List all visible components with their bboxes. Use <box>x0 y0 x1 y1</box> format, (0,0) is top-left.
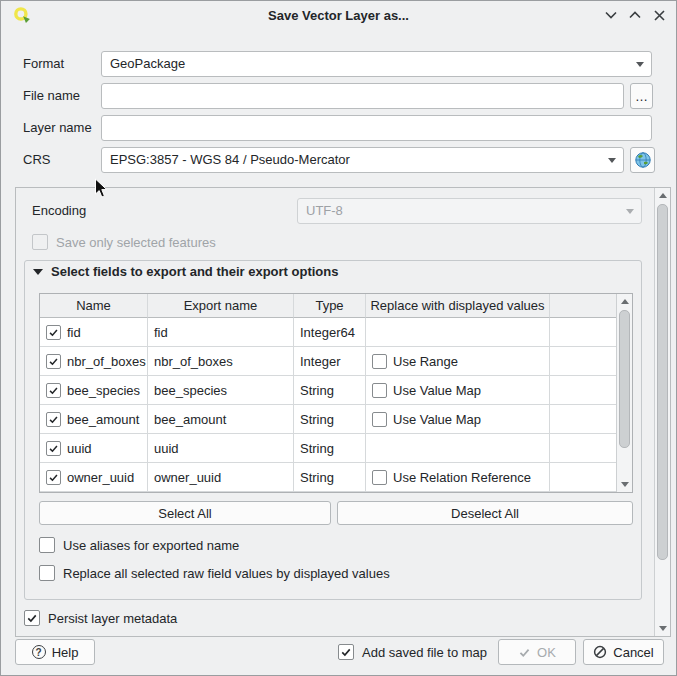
replace-cell: Use Range <box>366 347 550 376</box>
field-name: bee_amount <box>67 412 139 427</box>
scroll-up-button[interactable] <box>617 294 632 309</box>
header-export-name[interactable]: Export name <box>148 294 294 318</box>
filler-cell <box>550 376 616 405</box>
use-aliases-checkbox[interactable] <box>39 537 55 553</box>
titlebar[interactable]: Save Vector Layer as... <box>1 1 676 29</box>
options-scroll-area: Encoding UTF-8 Save only selected featur… <box>15 187 671 637</box>
scrollbar-handle[interactable] <box>619 310 630 448</box>
ok-button[interactable]: OK <box>498 639 576 665</box>
select-all-button[interactable]: Select All <box>39 501 331 525</box>
cancel-button[interactable]: Cancel <box>583 639 664 665</box>
checkmark-icon <box>26 612 38 624</box>
deselect-all-label: Deselect All <box>451 506 519 521</box>
help-button[interactable]: ? Help <box>15 639 95 665</box>
deselect-all-button[interactable]: Deselect All <box>337 501 633 525</box>
crs-combobox[interactable]: EPSG:3857 - WGS 84 / Pseudo-Mercator <box>101 147 624 173</box>
chevron-up-icon <box>629 11 641 19</box>
maximize-button[interactable] <box>626 6 644 24</box>
crs-value: EPSG:3857 - WGS 84 / Pseudo-Mercator <box>110 152 350 167</box>
field-checkbox[interactable] <box>46 354 61 369</box>
use-relation-reference-label: Use Relation Reference <box>393 470 531 485</box>
scroll-down-button[interactable] <box>655 621 670 636</box>
name-cell: owner_uuid <box>40 463 148 492</box>
use-range-checkbox[interactable] <box>372 354 387 369</box>
layer-name-input[interactable] <box>101 115 652 141</box>
export-name-cell[interactable]: bee_amount <box>148 405 294 434</box>
filler-cell <box>550 318 616 347</box>
browse-button[interactable]: … <box>630 83 653 109</box>
help-label: Help <box>52 645 79 660</box>
globe-icon <box>634 151 652 169</box>
format-label: Format <box>23 51 64 77</box>
table-row[interactable]: bee_species bee_species String Use Value… <box>40 376 616 405</box>
replace-raw-values-checkbox[interactable] <box>39 565 55 581</box>
header-name[interactable]: Name <box>40 294 148 318</box>
options-scrollbar[interactable] <box>654 188 670 636</box>
table-row[interactable]: owner_uuid owner_uuid String Use Relatio… <box>40 463 616 492</box>
crs-picker-button[interactable] <box>630 147 655 173</box>
field-name: uuid <box>67 441 92 456</box>
format-combobox[interactable]: GeoPackage <box>101 51 652 77</box>
fields-groupbox: Select fields to export and their export… <box>24 260 642 600</box>
ellipsis-icon: … <box>635 89 648 104</box>
use-value-map-checkbox[interactable] <box>372 383 387 398</box>
chevron-down-icon <box>608 158 616 163</box>
header-replace[interactable]: Replace with displayed values <box>366 294 550 318</box>
use-relation-reference-checkbox[interactable] <box>372 470 387 485</box>
encoding-combobox: UTF-8 <box>297 198 642 224</box>
use-value-map-label: Use Value Map <box>393 412 481 427</box>
fields-table: Name Export name Type Replace with displ… <box>39 293 633 493</box>
crs-label: CRS <box>23 147 50 173</box>
window-title: Save Vector Layer as... <box>1 8 676 23</box>
table-row[interactable]: fid fid Integer64 <box>40 318 616 347</box>
chevron-down-icon <box>636 62 644 67</box>
export-name-cell[interactable]: nbr_of_boxes <box>148 347 294 376</box>
fields-section-header[interactable]: Select fields to export and their export… <box>33 264 339 280</box>
filler-cell <box>550 405 616 434</box>
use-range-label: Use Range <box>393 354 458 369</box>
table-header-row: Name Export name Type Replace with displ… <box>40 294 616 318</box>
field-checkbox[interactable] <box>46 441 61 456</box>
chevron-down-icon <box>605 11 617 19</box>
export-name-cell[interactable]: fid <box>148 318 294 347</box>
table-scrollbar[interactable] <box>616 294 632 492</box>
type-cell: Integer64 <box>294 318 366 347</box>
replace-cell <box>366 318 550 347</box>
export-name-cell[interactable]: uuid <box>148 434 294 463</box>
replace-cell: Use Relation Reference <box>366 463 550 492</box>
ok-check-icon <box>518 646 531 659</box>
scroll-down-button[interactable] <box>617 477 632 492</box>
add-saved-file-checkbox[interactable] <box>338 644 354 660</box>
cancel-icon <box>593 645 607 659</box>
header-type[interactable]: Type <box>294 294 366 318</box>
scroll-up-button[interactable] <box>655 188 670 203</box>
file-name-input[interactable] <box>101 83 624 109</box>
field-checkbox[interactable] <box>46 412 61 427</box>
type-cell: String <box>294 463 366 492</box>
checkmark-icon <box>48 356 59 367</box>
encoding-value: UTF-8 <box>306 203 343 218</box>
export-name-cell[interactable]: bee_species <box>148 376 294 405</box>
persist-metadata-checkbox[interactable] <box>24 610 40 626</box>
replace-cell <box>366 434 550 463</box>
field-checkbox[interactable] <box>46 470 61 485</box>
shade-button[interactable] <box>602 6 620 24</box>
table-row[interactable]: uuid uuid String <box>40 434 616 463</box>
field-checkbox[interactable] <box>46 325 61 340</box>
close-button[interactable] <box>650 6 668 24</box>
arrow-up-icon <box>621 299 629 304</box>
collapse-arrow-icon[interactable] <box>33 269 43 275</box>
table-row[interactable]: bee_amount bee_amount String Use Value M… <box>40 405 616 434</box>
save-only-selected-checkbox <box>32 234 48 250</box>
field-checkbox[interactable] <box>46 383 61 398</box>
table-row[interactable]: nbr_of_boxes nbr_of_boxes Integer Use Ra… <box>40 347 616 376</box>
name-cell: nbr_of_boxes <box>40 347 148 376</box>
scrollbar-handle[interactable] <box>657 204 668 560</box>
field-name: bee_species <box>67 383 140 398</box>
ok-label: OK <box>537 645 556 660</box>
layer-name-label: Layer name <box>23 115 92 141</box>
use-value-map-checkbox[interactable] <box>372 412 387 427</box>
help-icon: ? <box>32 645 46 659</box>
name-cell: uuid <box>40 434 148 463</box>
export-name-cell[interactable]: owner_uuid <box>148 463 294 492</box>
